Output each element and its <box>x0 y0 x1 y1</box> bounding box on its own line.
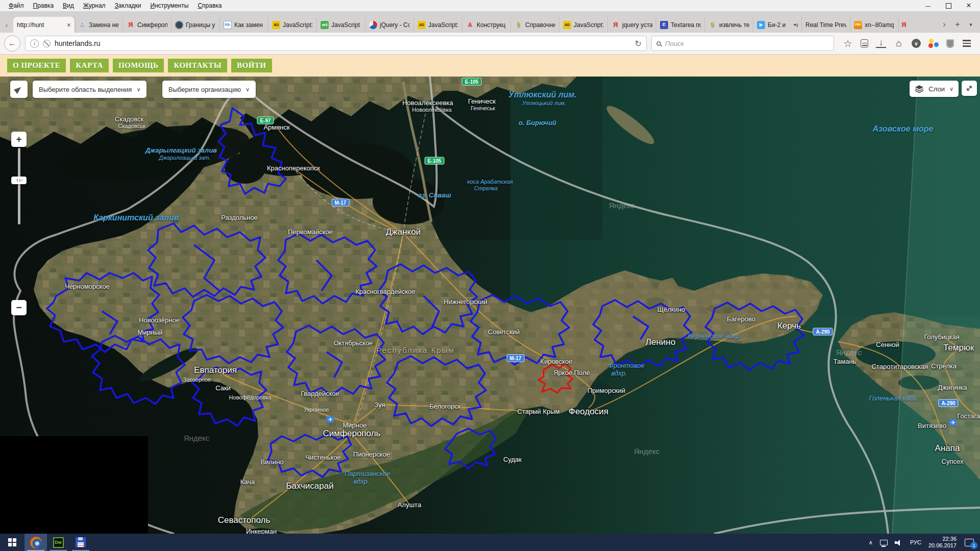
browser-tab[interactable]: ADJavaScript: <box>414 17 462 33</box>
menu-item-правка[interactable]: Правка <box>29 1 59 10</box>
menu-item-справка[interactable]: Справка <box>193 1 226 10</box>
site-nav-button-контакты[interactable]: КОНТАКТЫ <box>168 59 227 72</box>
map-label: Каркинитский залив <box>93 213 179 222</box>
back-button[interactable]: ← <box>4 35 20 52</box>
browser-tab[interactable]: SQLКак замен <box>220 17 268 33</box>
minimize-button[interactable] <box>918 0 938 11</box>
taskbar-app-save-tool[interactable] <box>69 534 92 551</box>
maximize-button[interactable] <box>938 0 959 11</box>
downloads-icon[interactable] <box>876 39 886 48</box>
fullscreen-button[interactable] <box>962 81 977 96</box>
windows-taskbar: Dw ∧ РУС 22:36 20.06.2017 1 <box>0 534 980 551</box>
open-menu-icon[interactable] <box>962 38 972 48</box>
map-label: Утлюцький лим. <box>522 100 566 106</box>
map-label: Фронтовое <box>608 362 645 369</box>
map-canvas[interactable]: СкадовскСкадовськАрмянскКрасноперекопскН… <box>0 77 980 534</box>
browser-tab[interactable]: ▶Би-2 и◄)) <box>753 17 802 33</box>
bookmark-star-icon[interactable] <box>843 38 853 48</box>
map-label: Е-105 <box>462 78 482 86</box>
tab-close-icon[interactable]: × <box>67 21 71 29</box>
page-info-icon[interactable]: i <box>30 39 39 48</box>
zoom-slider-handle[interactable] <box>11 177 27 184</box>
map-label: Чистенькое <box>305 454 341 461</box>
browser-tab[interactable]: http://hunt× <box>13 17 75 33</box>
browser-tab[interactable]: ADJavaScript: <box>268 17 317 33</box>
browser-tab[interactable]: ∴Замена не <box>75 17 123 33</box>
map-label: Красногвардейское <box>355 288 415 295</box>
browser-tab[interactable]: PMAxn--80amq <box>850 17 899 33</box>
language-indicator[interactable]: РУС <box>910 539 921 545</box>
map-label: Генічеськ <box>471 105 495 111</box>
organization-select-dropdown[interactable]: Выберите организацию ∨ <box>162 81 256 98</box>
notification-badge: 1 <box>970 542 977 549</box>
partial-tab[interactable]: Я <box>899 17 907 33</box>
tab-list-button[interactable] <box>965 18 977 31</box>
map-label: Яндекс <box>184 434 209 442</box>
taskbar-app-dreamweaver[interactable]: Dw <box>47 534 69 551</box>
zoom-out-button[interactable]: − <box>11 300 27 315</box>
map-label: Партизанское <box>345 470 390 478</box>
site-navigation: О ПРОЕКТЕКАРТАПОМОЩЬКОНТАКТЫВОЙТИ <box>0 55 980 77</box>
map-label: Первомайское <box>288 228 333 236</box>
site-nav-button-карта[interactable]: КАРТА <box>70 59 109 72</box>
tab-strip: http://hunt×∴Замена неЯСимферопГраницы у… <box>13 17 937 33</box>
tab-title: xn--80amq <box>865 21 895 29</box>
volume-icon[interactable] <box>895 539 903 546</box>
tab-title: Замена не <box>89 21 119 29</box>
map-label: Е-97 <box>257 117 274 124</box>
site-nav-button-войти[interactable]: ВОЙТИ <box>231 59 272 72</box>
pocket-icon[interactable] <box>912 39 921 48</box>
chevron-down-icon: ∨ <box>136 86 140 93</box>
menu-item-закладки[interactable]: Закладки <box>110 1 146 10</box>
network-icon[interactable] <box>880 540 888 545</box>
zoom-in-button[interactable]: + <box>11 132 27 147</box>
browser-tab[interactable]: ЯСимфероп <box>123 17 172 33</box>
yandex-favicon-icon: Я <box>127 21 135 29</box>
browser-tab[interactable]: Real Time Previ <box>802 17 850 33</box>
area-select-dropdown[interactable]: Выберите область выделения ∨ <box>33 81 146 98</box>
menu-item-вид[interactable]: Вид <box>58 1 79 10</box>
url-bar[interactable]: i hunterlands.ru ↻ <box>25 36 647 51</box>
zoom-slider-track[interactable] <box>18 148 20 224</box>
tab-title: JavaScript: <box>574 21 604 29</box>
browser-tab[interactable]: w3JavaScript р <box>317 17 365 33</box>
site-nav-button-помощь[interactable]: ПОМОЩЬ <box>113 59 164 72</box>
menu-item-инструменты[interactable]: Инструменты <box>146 1 193 10</box>
tab-scroll-left-button[interactable]: ‹ <box>0 17 13 33</box>
bookmarks-menu-icon[interactable] <box>861 39 868 47</box>
geolocate-button[interactable] <box>10 81 28 98</box>
search-placeholder[interactable]: Поиск <box>665 40 684 47</box>
map-label: Джарилгацька зат. <box>159 155 211 161</box>
search-bar[interactable]: Поиск <box>651 36 834 51</box>
browser-tab[interactable]: Яjquery уста <box>608 17 656 33</box>
map-label: Пионерское <box>353 450 390 458</box>
url-text[interactable]: hunterlands.ru <box>55 39 631 47</box>
action-center-icon[interactable]: 1 <box>965 539 974 546</box>
browser-tab[interactable]: ETextarea по <box>656 17 705 33</box>
tab-audio-icon[interactable]: ◄)) <box>793 22 798 27</box>
tab-title: JavaScript: <box>283 21 313 29</box>
new-tab-button[interactable] <box>951 18 964 31</box>
start-button[interactable] <box>0 534 24 551</box>
browser-tab[interactable]: ADJavaScript: <box>559 17 608 33</box>
adblock-shield-icon[interactable] <box>946 39 954 48</box>
layers-dropdown[interactable]: Слои ∨ <box>910 81 959 97</box>
browser-tab[interactable]: §извлечь те <box>705 17 753 33</box>
yandex-elements-icon[interactable] <box>928 38 939 48</box>
permissions-icon[interactable] <box>43 40 51 47</box>
taskbar-clock[interactable]: 22:36 20.06.2017 <box>928 536 957 549</box>
taskbar-app-firefox[interactable] <box>24 534 47 551</box>
home-icon[interactable] <box>894 38 904 48</box>
close-button[interactable] <box>959 0 979 11</box>
site-nav-button-о-проекте[interactable]: О ПРОЕКТЕ <box>7 59 66 72</box>
browser-tab[interactable]: jQuery - Co <box>365 17 414 33</box>
scroll-right-button[interactable] <box>938 18 950 31</box>
menu-item-журнал[interactable]: Журнал <box>79 1 110 10</box>
browser-tab[interactable]: Границы у <box>172 17 220 33</box>
tab-title: Би-2 и <box>768 21 790 29</box>
browser-tab[interactable]: ѦКонструкц <box>462 17 511 33</box>
hidden-icons-button[interactable]: ∧ <box>869 539 873 546</box>
browser-tab[interactable]: §Справочни <box>511 17 559 33</box>
reload-icon[interactable]: ↻ <box>635 39 642 48</box>
menu-item-файл[interactable]: Файл <box>4 1 29 10</box>
